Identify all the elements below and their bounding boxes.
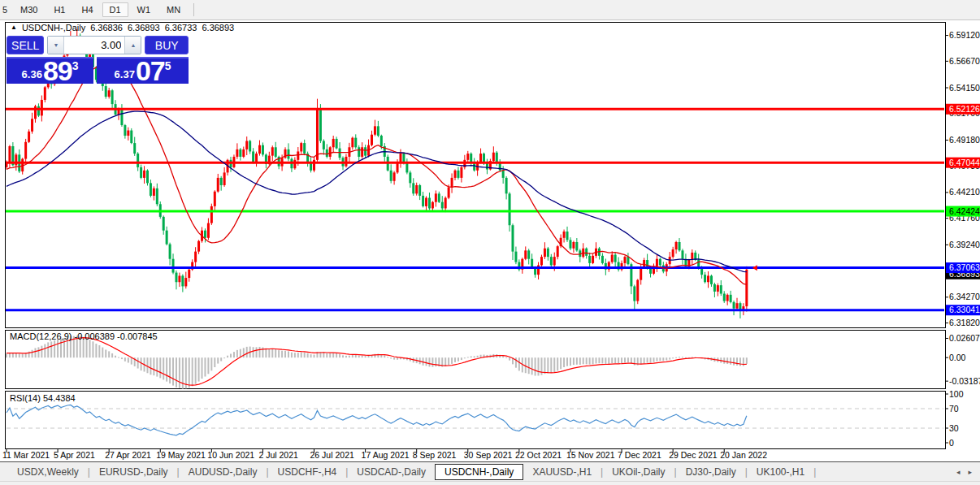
chart-tab-ukoil-daily[interactable]: UKOil-,Daily: [603, 464, 674, 480]
rsi-panel-title: RSI(14) 54.4384: [10, 393, 76, 403]
timeframe-button-mn[interactable]: MN: [159, 2, 188, 17]
macd-axis: 0.026070.00-0.03187: [945, 333, 980, 386]
chart-tab-uk100-h1[interactable]: UK100-,H1: [748, 464, 813, 480]
chart-symbol-header: ▲ USDCNH-,Daily 6.36836 6.36893 6.36733 …: [11, 23, 234, 32]
price-axis: 6.591206.566706.541506.517006.491806.467…: [945, 30, 980, 327]
chart-tab-dj30-daily[interactable]: DJ30-,Daily: [677, 464, 745, 480]
svg-text:6.54150: 6.54150: [949, 83, 980, 93]
timeframe-button-h1[interactable]: H1: [46, 2, 72, 17]
volume-stepper: ▼ ▲: [47, 36, 141, 54]
svg-text:6.44210: 6.44210: [949, 187, 980, 197]
date-label: 5 Apr 2021: [54, 450, 95, 460]
level-price-badge: 6.52126: [946, 104, 980, 115]
symbol-name: USDCNH-,Daily: [22, 23, 85, 32]
timeframe-button-d1[interactable]: D1: [102, 2, 128, 17]
svg-text:6.59120: 6.59120: [949, 30, 980, 40]
sell-button[interactable]: SELL: [7, 36, 44, 54]
timeframe-button-h4[interactable]: H4: [74, 2, 100, 17]
date-label: 8 Sep 2021: [413, 450, 457, 460]
date-label: 7 Dec 2021: [618, 450, 661, 460]
date-label: 11 Mar 2021: [2, 450, 50, 460]
volume-increase-icon[interactable]: ▲: [124, 37, 141, 54]
chart-tab-usdcad-daily[interactable]: USDCAD-,Daily: [348, 464, 435, 480]
volume-decrease-icon[interactable]: ▼: [48, 37, 64, 54]
chart-tab-usdx-weekly[interactable]: USDX,Weekly: [8, 464, 88, 480]
ohlc-close: 6.36893: [202, 23, 234, 32]
date-label: 19 May 2021: [156, 450, 206, 460]
svg-text:100: 100: [949, 389, 964, 399]
buy-price-panel[interactable]: 6.37 07 5: [97, 57, 189, 84]
svg-text:0.02607: 0.02607: [949, 333, 980, 343]
svg-text:6.52126: 6.52126: [949, 104, 980, 114]
buy-price-pip: 5: [165, 59, 171, 72]
sell-price-panel[interactable]: 6.36 89 3: [7, 57, 93, 84]
scroll-left-icon[interactable]: ◂: [956, 468, 960, 476]
svg-text:6.49180: 6.49180: [949, 135, 980, 145]
level-price-badge: 6.37063: [946, 262, 980, 273]
svg-text:6.33041: 6.33041: [949, 305, 980, 314]
trading-platform-window: 5M30H1H4D1W1MN 6.591206.566706.541506.51…: [0, 0, 980, 485]
svg-text:6.34270: 6.34270: [949, 292, 980, 301]
svg-text:6.42424: 6.42424: [949, 206, 980, 216]
toolbar-separator: [193, 3, 194, 16]
rsi-axis: 10070300: [945, 389, 964, 448]
svg-text:0.00: 0.00: [949, 353, 966, 362]
date-label: 26 Jul 2021: [310, 450, 354, 460]
chart-tab-xauusd-h1[interactable]: XAUUSD-,H1: [523, 464, 601, 480]
status-strip: [0, 481, 980, 485]
chart-tab-audusd-daily[interactable]: AUDUSD-,Daily: [180, 464, 267, 480]
ohlc-open: 6.36836: [90, 23, 123, 32]
buy-button[interactable]: BUY: [145, 36, 189, 54]
svg-text:6.31820: 6.31820: [949, 318, 980, 327]
buy-price-prefix: 6.37: [115, 68, 135, 80]
date-label: 30 Sep 2021: [464, 450, 513, 460]
scroll-right-icon[interactable]: ▸: [968, 468, 972, 476]
one-click-trade-widget: SELL ▼ ▲ BUY 6.36 89 3 6.37 07 5: [7, 36, 189, 84]
date-label: 27 Apr 2021: [105, 450, 151, 460]
sell-price-big: 89: [43, 60, 72, 83]
timeframe-button-w1[interactable]: W1: [130, 2, 158, 17]
svg-text:6.47044: 6.47044: [949, 158, 980, 167]
sell-price-pip: 3: [72, 59, 79, 72]
collapse-triangle-icon[interactable]: ▲: [11, 24, 17, 31]
ohlc-high: 6.36893: [128, 23, 160, 32]
timeframe-button-m30[interactable]: M30: [13, 2, 45, 17]
sell-price-prefix: 6.36: [22, 68, 42, 80]
date-label: 22 Oct 2021: [515, 450, 562, 460]
svg-text:6.37063: 6.37063: [949, 262, 980, 272]
date-label: 10 Jun 2021: [207, 450, 254, 460]
date-axis: 11 Mar 20215 Apr 202127 Apr 202119 May 2…: [2, 449, 767, 460]
volume-input[interactable]: [64, 37, 124, 54]
chart-tab-bar: USDX,Weekly|EURUSD-,Daily|AUDUSD-,Daily|…: [0, 461, 980, 482]
panel-frame: [6, 392, 946, 449]
chart-tab-eurusd-daily[interactable]: EURUSD-,Daily: [90, 464, 177, 480]
timeframe-button-5[interactable]: 5: [1, 2, 11, 17]
tab-divider: |: [813, 466, 816, 478]
date-label: 20 Jan 2022: [720, 450, 767, 460]
svg-text:6.56670: 6.56670: [949, 56, 980, 66]
chart-tab-usdchf-h4[interactable]: USDCHF-,H4: [269, 464, 346, 480]
macd-panel-title: MACD(12,26,9) -0.006389 -0.007845: [10, 331, 158, 341]
date-label: 15 Nov 2021: [566, 450, 615, 460]
timeframe-toolbar: 5M30H1H4D1W1MN: [0, 0, 980, 20]
svg-text:30: 30: [949, 423, 959, 433]
date-label: 17 Aug 2021: [362, 450, 410, 460]
date-label: 29 Dec 2021: [669, 450, 718, 460]
level-price-badge: 6.33041: [946, 305, 980, 315]
chart-tab-usdcnh-daily[interactable]: USDCNH-,Daily: [435, 464, 523, 480]
svg-text:-0.03187: -0.03187: [949, 376, 980, 386]
svg-text:0: 0: [949, 438, 954, 448]
svg-text:70: 70: [949, 404, 959, 414]
level-price-badge: 6.47044: [946, 158, 980, 168]
svg-text:6.39240: 6.39240: [949, 240, 980, 249]
level-price-badge: 6.42424: [946, 206, 980, 217]
date-label: 2 Jul 2021: [258, 450, 298, 460]
ohlc-low: 6.36733: [165, 23, 197, 32]
buy-price-big: 07: [136, 60, 165, 83]
